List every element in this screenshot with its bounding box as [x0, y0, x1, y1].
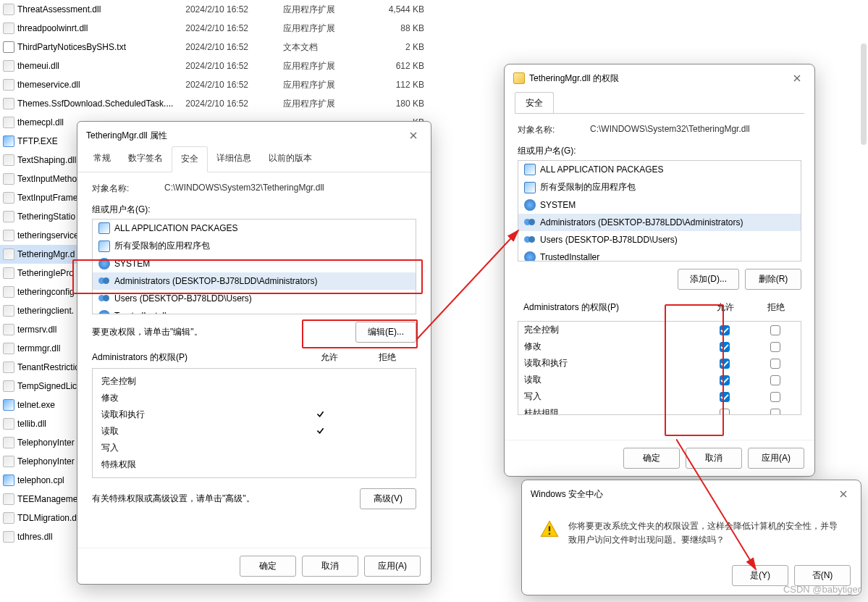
file-date: 2024/2/10 16:52	[185, 4, 283, 14]
group-item[interactable]: SYSTEM	[93, 255, 416, 272]
file-icon	[3, 60, 14, 72]
ok-button[interactable]: 确定	[623, 448, 680, 469]
file-row[interactable]: themeservice.dll2024/2/10 16:52应用程序扩展112…	[0, 75, 427, 94]
file-name: ThirdPartyNoticesBySHS.txt	[17, 42, 126, 52]
close-icon[interactable]	[405, 127, 422, 144]
folder-icon	[513, 72, 525, 84]
group-item[interactable]: Users (DESKTOP-BJ78LDD\Users)	[93, 290, 416, 307]
tab-以前的版本[interactable]: 以前的版本	[260, 146, 321, 172]
svg-rect-1	[549, 533, 550, 535]
svg-rect-0	[549, 526, 550, 531]
watermark: CSDN @babytiger	[783, 584, 861, 595]
group-icon	[98, 293, 110, 304]
group-item[interactable]: TrustedInstaller	[518, 248, 801, 262]
group-item[interactable]: Administrators (DESKTOP-BJ78LDD\Administ…	[518, 214, 801, 231]
file-row[interactable]: themeui.dll2024/2/10 16:52应用程序扩展612 KB	[0, 57, 427, 75]
permission-name: 写入	[101, 442, 291, 454]
edit-button[interactable]: 编辑(E)...	[355, 322, 416, 343]
file-name: TextInputMetho	[17, 174, 77, 184]
file-size: 4,544 KB	[381, 4, 424, 14]
file-name: TEEManageme	[17, 494, 77, 504]
warning-text: 你将要更改系统文件夹的权限设置，这样会降低计算机的安全性，并导致用户访问文件时出…	[568, 519, 843, 547]
tab-security[interactable]: 安全	[515, 92, 554, 114]
permission-row: 特殊权限	[93, 456, 416, 473]
permission-name: 读取	[101, 425, 291, 438]
group-name: 所有受限制的应用程序包	[540, 181, 636, 193]
file-name: threadpoolwinrt.dll	[17, 23, 88, 33]
file-icon	[3, 437, 14, 448]
group-name: Administrators (DESKTOP-BJ78LDD\Administ…	[540, 217, 743, 227]
advanced-button[interactable]: 高级(V)	[360, 488, 416, 509]
tab-数字签名[interactable]: 数字签名	[119, 146, 172, 172]
file-size: 180 KB	[381, 99, 424, 109]
apply-button[interactable]: 应用(A)	[748, 448, 804, 469]
deny-checkbox[interactable]	[770, 325, 780, 335]
file-row[interactable]: threadpoolwinrt.dll2024/2/10 16:52应用程序扩展…	[0, 19, 427, 38]
file-row[interactable]: ThirdPartyNoticesBySHS.txt2024/2/10 16:5…	[0, 38, 427, 57]
group-item[interactable]: Users (DESKTOP-BJ78LDD\Users)	[518, 231, 801, 248]
allow-checkbox[interactable]	[720, 342, 730, 352]
group-item[interactable]: TrustedInstaller	[93, 307, 416, 314]
file-name: termsrv.dll	[17, 325, 56, 335]
yes-button[interactable]: 是(Y)	[732, 565, 788, 586]
group-icon	[98, 241, 110, 252]
deny-checkbox[interactable]	[770, 409, 780, 414]
permission-name: 完全控制	[518, 324, 699, 336]
close-icon[interactable]	[788, 70, 806, 87]
file-name: TFTP.EXE	[17, 136, 58, 146]
file-icon	[3, 399, 14, 411]
cancel-button[interactable]: 取消	[302, 556, 358, 577]
permission-name: 特殊权限	[101, 459, 291, 471]
deny-check	[349, 443, 407, 454]
permission-row: 桂姑担阻	[518, 405, 801, 414]
scrollbar[interactable]	[861, 43, 867, 145]
deny-checkbox[interactable]	[770, 359, 780, 369]
group-item[interactable]: ALL APPLICATION PACKAGES	[93, 220, 416, 237]
allow-checkbox[interactable]	[720, 409, 730, 414]
group-users-label: 组或用户名(G):	[518, 145, 801, 157]
group-name: 所有受限制的应用程序包	[114, 240, 210, 252]
close-icon[interactable]	[835, 485, 852, 503]
file-icon	[3, 135, 14, 147]
group-item[interactable]: 所有受限制的应用程序包	[93, 237, 416, 255]
cancel-button[interactable]: 取消	[686, 448, 742, 469]
add-button[interactable]: 添加(D)...	[678, 269, 739, 290]
tab-常规[interactable]: 常规	[85, 146, 119, 172]
group-name: SYSTEM	[540, 200, 576, 210]
permission-table: 完全控制修改读取和执行读取写入桂姑担阻	[518, 321, 801, 415]
no-button[interactable]: 否(N)	[794, 565, 851, 586]
allow-checkbox[interactable]	[720, 375, 730, 385]
allow-checkbox[interactable]	[720, 325, 730, 335]
deny-checkbox[interactable]	[770, 392, 780, 402]
apply-button[interactable]: 应用(A)	[364, 556, 421, 577]
group-list[interactable]: ALL APPLICATION PACKAGES所有受限制的应用程序包SYSTE…	[92, 219, 416, 314]
allow-checkbox[interactable]	[720, 392, 730, 402]
group-icon	[98, 275, 110, 287]
group-item[interactable]: Administrators (DESKTOP-BJ78LDD\Administ…	[93, 272, 416, 290]
object-name-value: C:\WINDOWS\System32\TetheringMgr.dll	[590, 124, 750, 136]
file-name: telnet.exe	[17, 400, 55, 410]
group-icon	[524, 182, 536, 193]
ok-button[interactable]: 确定	[240, 556, 296, 577]
permission-name: 写入	[518, 390, 699, 403]
file-row[interactable]: ThreatAssessment.dll2024/2/10 16:52应用程序扩…	[0, 0, 427, 19]
remove-button[interactable]: 删除(R)	[745, 269, 801, 290]
group-list[interactable]: ALL APPLICATION PACKAGES所有受限制的应用程序包SYSTE…	[518, 160, 801, 262]
allow-header: 允许	[300, 351, 358, 364]
file-name: TelephonyInter	[17, 456, 75, 467]
tab-安全[interactable]: 安全	[172, 146, 208, 172]
file-row[interactable]: Themes.SsfDownload.ScheduledTask....2024…	[0, 94, 427, 113]
allow-header: 允许	[700, 301, 751, 314]
group-item[interactable]: ALL APPLICATION PACKAGES	[518, 161, 801, 178]
group-item[interactable]: 所有受限制的应用程序包	[518, 178, 801, 196]
group-name: ALL APPLICATION PACKAGES	[114, 223, 238, 233]
deny-checkbox[interactable]	[770, 375, 780, 385]
file-name: TextShaping.dll	[17, 155, 76, 165]
tab-详细信息[interactable]: 详细信息	[208, 146, 260, 172]
permission-row: 完全控制	[93, 373, 416, 390]
group-item[interactable]: SYSTEM	[518, 196, 801, 214]
deny-checkbox[interactable]	[770, 342, 780, 352]
permission-list: 完全控制修改读取和执行读取写入特殊权限	[92, 368, 416, 478]
permission-name: 读取	[518, 374, 699, 386]
allow-checkbox[interactable]	[720, 359, 730, 369]
